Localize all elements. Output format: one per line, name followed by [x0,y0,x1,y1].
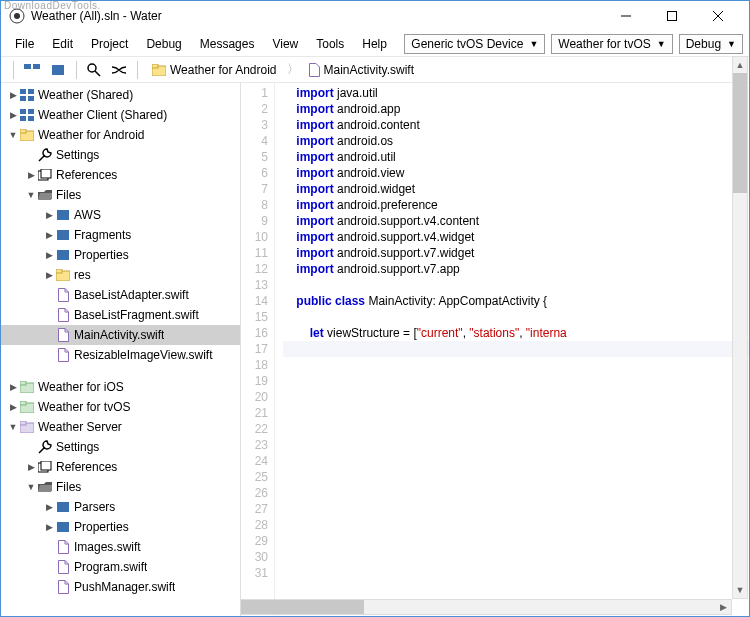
titlebar[interactable]: Weather (All).sln - Water [1,1,749,31]
scroll-up-icon[interactable]: ▲ [733,57,747,73]
code-editor[interactable]: 1234567891011121314151617181920212223242… [241,83,749,616]
scroll-thumb[interactable] [733,73,747,193]
action-combo[interactable]: Debug▼ [679,34,743,54]
tree-item[interactable]: Settings [1,437,240,457]
disclosure-arrow-icon[interactable]: ▼ [7,422,19,432]
menubar: FileEditProjectDebugMessagesViewToolsHel… [1,31,749,57]
folder-o-icon [37,189,53,201]
target-combo[interactable]: Weather for tvOS▼ [551,34,672,54]
window-title: Weather (All).sln - Water [31,9,603,23]
blue-icon [55,249,71,261]
tree-item-label: References [56,460,117,474]
tree-item[interactable]: ▼Files [1,477,240,497]
svg-point-9 [88,64,96,72]
tree-item[interactable]: ▶Properties [1,517,240,537]
tree-item[interactable]: ▼Weather for Android [1,125,240,145]
search-icon[interactable] [83,60,105,80]
disclosure-arrow-icon[interactable]: ▼ [25,482,37,492]
tree-item[interactable]: ▶AWS [1,205,240,225]
wrench-icon [37,148,53,162]
blue-icon [55,521,71,533]
svg-rect-37 [41,461,51,470]
tree-item[interactable]: ▶References [1,165,240,185]
disclosure-arrow-icon[interactable]: ▶ [25,462,37,472]
menu-tools[interactable]: Tools [308,33,352,55]
disclosure-arrow-icon[interactable]: ▶ [43,522,55,532]
scroll-thumb[interactable] [241,600,364,614]
disclosure-arrow-icon[interactable]: ▶ [43,270,55,280]
disclosure-arrow-icon[interactable]: ▶ [7,402,19,412]
tree-item[interactable]: Images.swift [1,537,240,557]
menu-messages[interactable]: Messages [192,33,263,55]
app-window: DownloadDevTools. Weather (All).sln - Wa… [0,0,750,617]
disclosure-arrow-icon[interactable]: ▶ [7,110,19,120]
blue-icon [55,501,71,513]
close-button[interactable] [695,1,741,31]
folder-icon [152,64,166,76]
tree-item[interactable]: Settings [1,145,240,165]
doc-icon [55,348,71,362]
svg-rect-15 [20,96,26,101]
panel-tabs-icon[interactable] [20,61,44,79]
tree-item[interactable]: ▶Weather for tvOS [1,397,240,417]
disclosure-arrow-icon[interactable]: ▶ [43,502,55,512]
tree-item[interactable]: ▼Files [1,185,240,205]
menu-view[interactable]: View [264,33,306,55]
tree-item[interactable]: Program.swift [1,557,240,577]
breadcrumb: Weather for Android 〉 MainActivity.swift [148,61,741,79]
menu-file[interactable]: File [7,33,42,55]
breadcrumb-file[interactable]: MainActivity.swift [305,61,418,79]
disclosure-arrow-icon[interactable]: ▶ [25,170,37,180]
tree-item[interactable]: BaseListAdapter.swift [1,285,240,305]
ref-icon [37,461,53,473]
tree-item[interactable]: MainActivity.swift [1,325,240,345]
tree-item[interactable]: BaseListFragment.swift [1,305,240,325]
scroll-down-icon[interactable]: ▼ [733,582,747,598]
separator [137,61,138,79]
code-area[interactable]: import java.util import android.app impo… [275,83,749,616]
project-tree[interactable]: ▶Weather (Shared)▶Weather Client (Shared… [1,83,241,616]
svg-rect-6 [24,64,31,69]
svg-rect-29 [56,269,62,273]
menu-project[interactable]: Project [83,33,136,55]
menu-edit[interactable]: Edit [44,33,81,55]
folder-g-icon [19,401,35,413]
minimize-button[interactable] [603,1,649,31]
tree-item[interactable]: PushManager.swift [1,577,240,597]
tree-item[interactable]: ResizableImageView.swift [1,345,240,365]
horizontal-scrollbar[interactable]: ◀ ▶ [240,599,732,615]
tree-item[interactable]: ▶Weather (Shared) [1,85,240,105]
tree-item[interactable]: ▶Parsers [1,497,240,517]
menu-help[interactable]: Help [354,33,395,55]
separator [13,61,14,79]
vertical-scrollbar[interactable]: ▲ ▼ [732,56,748,599]
doc-icon [55,328,71,342]
tree-item[interactable]: ▶Weather for iOS [1,377,240,397]
tree-item[interactable]: ▶Fragments [1,225,240,245]
tree-item-label: ResizableImageView.swift [74,348,213,362]
caret-icon: ▼ [529,39,538,49]
disclosure-arrow-icon[interactable]: ▼ [7,130,19,140]
tree-item[interactable]: ▶res [1,265,240,285]
shuffle-icon[interactable] [107,61,131,79]
breadcrumb-project[interactable]: Weather for Android [148,61,281,79]
disclosure-arrow-icon[interactable]: ▶ [7,382,19,392]
panel-solid-icon[interactable] [46,61,70,79]
device-combo[interactable]: Generic tvOS Device▼ [404,34,545,54]
maximize-button[interactable] [649,1,695,31]
tree-item[interactable]: ▶References [1,457,240,477]
disclosure-arrow-icon[interactable]: ▼ [25,190,37,200]
tree-item-label: Weather Server [38,420,122,434]
tree-item-label: Fragments [74,228,131,242]
tree-item[interactable]: ▶Weather Client (Shared) [1,105,240,125]
disclosure-arrow-icon[interactable]: ▶ [43,250,55,260]
svg-rect-3 [668,12,677,21]
svg-point-1 [14,13,20,19]
tree-item[interactable]: ▶Properties [1,245,240,265]
disclosure-arrow-icon[interactable]: ▶ [43,210,55,220]
tree-item[interactable]: ▼Weather Server [1,417,240,437]
scroll-right-icon[interactable]: ▶ [715,600,731,614]
menu-debug[interactable]: Debug [138,33,189,55]
disclosure-arrow-icon[interactable]: ▶ [7,90,19,100]
disclosure-arrow-icon[interactable]: ▶ [43,230,55,240]
